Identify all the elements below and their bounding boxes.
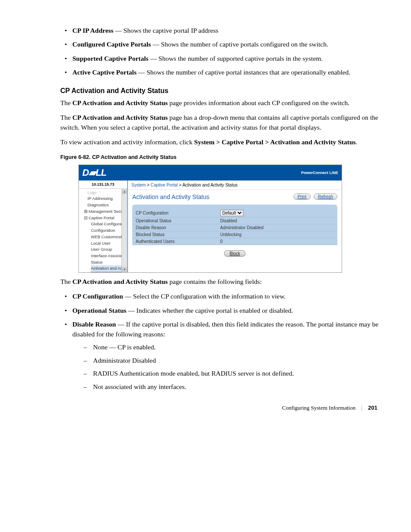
scroll-down-icon[interactable]: ▾ xyxy=(122,267,127,272)
field-value: Disabled xyxy=(217,217,337,224)
refresh-button[interactable]: Refresh xyxy=(314,193,337,200)
scroll-up-icon[interactable]: ▴ xyxy=(122,189,127,194)
tree-item-selected[interactable]: Activation and Ac xyxy=(81,265,127,272)
list-item: Active Captive Portals — Shows the numbe… xyxy=(72,68,381,77)
text-bold: System > Captive Portal > Activation and… xyxy=(194,138,356,146)
tree-item[interactable]: IP Addressing xyxy=(81,196,127,202)
tree-item[interactable]: ⊟ Captive Portal xyxy=(81,215,127,221)
expand-icon[interactable]: ⊞ xyxy=(84,209,89,214)
footer-title: Configuring System Information xyxy=(282,404,355,411)
table-row: CP Configuration Default xyxy=(132,209,337,218)
status-table: CP Configuration Default Operational Sta… xyxy=(132,209,337,245)
text-bold: CP Activation and Activity Status xyxy=(72,99,168,106)
text: . xyxy=(356,138,358,146)
field-label: Blocked Status xyxy=(132,231,217,238)
list-item: None — CP is enabled. xyxy=(93,342,381,352)
nav-tree: Logo IP Addressing Diagnostics ⊞ Managem… xyxy=(79,189,127,272)
field-label: Disable Reason xyxy=(132,224,217,231)
page-title: Activation and Activity Status xyxy=(132,193,209,200)
field-value: 0 xyxy=(217,238,337,245)
dell-logo: D▰LL xyxy=(82,167,106,178)
term: Operational Status xyxy=(72,307,126,314)
action-row: Block xyxy=(132,245,337,258)
text: The xyxy=(60,114,72,121)
desc: — Select the CP configuration with the i… xyxy=(123,292,286,300)
breadcrumb-sep: > xyxy=(146,183,150,187)
list-item: Not associated with any interfaces. xyxy=(93,382,381,392)
list-item: CP Configuration — Select the CP configu… xyxy=(72,292,381,301)
page-number: 201 xyxy=(368,404,377,411)
tree-item[interactable]: User Group xyxy=(81,246,127,253)
paragraph: The CP Activation and Activity Status pa… xyxy=(60,113,381,132)
table-row: Disable ReasonAdministrator Disabled xyxy=(132,224,337,231)
section-heading: CP Activation and Activity Status xyxy=(60,87,381,95)
term: CP IP Address xyxy=(72,27,113,34)
desc: — Shows the number of captive portals co… xyxy=(151,40,328,48)
figure-caption: Figure 6-82. CP Activation and Activity … xyxy=(60,154,381,160)
text-bold: CP Activation and Activity Status xyxy=(72,114,168,121)
term: Active Captive Portals xyxy=(72,68,137,76)
field-label: Operational Status xyxy=(132,217,217,224)
tree-item[interactable]: Status xyxy=(81,259,127,266)
tree-item[interactable]: ⊞ Management Securit xyxy=(81,208,127,215)
embedded-screenshot: D▰LL PowerConnect LiNE 10.131.15.73 Logo… xyxy=(78,165,342,273)
field-list: CP Configuration — Select the CP configu… xyxy=(60,292,381,392)
term: Configured Captive Portals xyxy=(72,40,151,48)
list-item: Disable Reason — If the captive portal i… xyxy=(72,320,381,392)
top-bullet-list: CP IP Address — Shows the captive portal… xyxy=(60,26,381,78)
term: Supported Captive Portals xyxy=(72,55,149,62)
desc: — Shows the number of captive portal ins… xyxy=(137,68,350,76)
desc: — Shows the number of supported captive … xyxy=(149,55,323,62)
tree-item[interactable]: Configuration xyxy=(81,227,127,234)
paragraph: To view activation and activity informat… xyxy=(60,137,381,147)
term: CP Configuration xyxy=(72,292,123,300)
tree-label: Captive Portal xyxy=(89,215,115,220)
text: The xyxy=(60,278,72,285)
scrollbar[interactable]: ▴ ▾ xyxy=(121,189,127,272)
paragraph: The CP Activation and Activity Status pa… xyxy=(60,277,381,286)
list-item: Supported Captive Portals — Shows the nu… xyxy=(72,54,381,63)
field-value: Default xyxy=(217,209,337,218)
desc: — Shows the captive portal IP address xyxy=(113,27,218,34)
list-item: Administrator Disabled xyxy=(93,356,381,365)
breadcrumb-link[interactable]: System xyxy=(131,183,146,187)
tree-item[interactable]: Interface Associat xyxy=(81,253,127,259)
breadcrumb-leaf: > Activation and Activity Status xyxy=(178,183,238,187)
field-label: CP Configuration xyxy=(132,209,217,218)
text: To view activation and activity informat… xyxy=(60,138,194,146)
tree-item[interactable]: Local User xyxy=(81,240,127,247)
field-value: Unblocking xyxy=(217,231,337,238)
tree-item[interactable]: Diagnostics xyxy=(81,202,127,208)
table-row: Authenticated Users0 xyxy=(132,238,337,245)
breadcrumb-link[interactable]: Captive Portal xyxy=(151,183,178,187)
text: page contains the following fields: xyxy=(168,278,262,285)
block-button[interactable]: Block xyxy=(224,250,246,257)
device-ip: 10.131.15.73 xyxy=(79,180,127,189)
text: page provides information about each CP … xyxy=(168,99,349,106)
list-item: RADIUS Authentication mode enabled, but … xyxy=(93,369,381,378)
list-item: Configured Captive Portals — Shows the n… xyxy=(72,40,381,49)
text-bold: CP Activation and Activity Status xyxy=(72,278,168,285)
desc: — If the captive portal is disabled, the… xyxy=(72,320,378,337)
tree-item[interactable]: WEB Customizat xyxy=(81,234,127,240)
page-title-bar: Activation and Activity Status Print Ref… xyxy=(128,190,342,205)
tree-label: Management Securit xyxy=(89,209,127,214)
list-item: Operational Status — Indicates whether t… xyxy=(72,306,381,315)
tree-item[interactable]: Logo xyxy=(81,190,127,196)
desc: — Indicates whether the captive portal i… xyxy=(126,307,293,314)
print-button[interactable]: Print xyxy=(293,193,311,200)
brand-text: PowerConnect LiNE xyxy=(301,171,338,175)
status-panel: CP Configuration Default Operational Sta… xyxy=(132,205,337,258)
sub-list: None — CP is enabled. Administrator Disa… xyxy=(72,342,381,392)
tree-item[interactable]: Global Configurati xyxy=(81,221,127,227)
tree-label: Activation and Ac xyxy=(91,265,122,272)
cp-config-select[interactable]: Default xyxy=(220,210,243,216)
nav-sidebar: 10.131.15.73 Logo IP Addressing Diagnost… xyxy=(79,180,128,272)
collapse-icon[interactable]: ⊟ xyxy=(84,215,89,220)
breadcrumb: System > Captive Portal > Activation and… xyxy=(128,180,342,190)
text: The xyxy=(60,99,72,106)
field-label: Authenticated Users xyxy=(132,238,217,245)
list-item: CP IP Address — Shows the captive portal… xyxy=(72,26,381,35)
term: Disable Reason xyxy=(72,320,116,328)
app-banner: D▰LL PowerConnect LiNE xyxy=(79,165,342,180)
